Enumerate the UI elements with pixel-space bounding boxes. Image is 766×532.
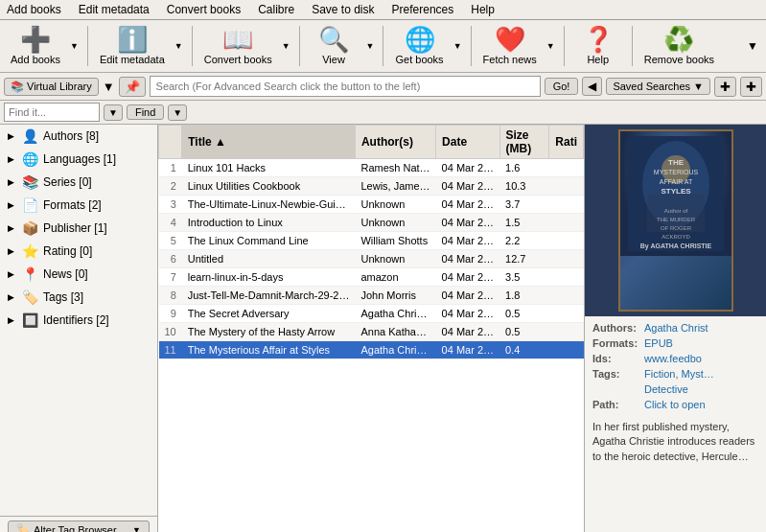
book-title: Linux Utilities Cookbook <box>182 177 356 196</box>
sidebar-item-tags[interactable]: ▶ 🏷️ Tags [3] <box>0 286 157 309</box>
book-title: The Linux Command Line <box>182 232 356 250</box>
authors-field-value[interactable]: Agatha Christ <box>644 322 708 334</box>
formats-field-value[interactable]: EPUB <box>644 337 673 349</box>
book-size: 10.3 <box>499 177 549 196</box>
fetch-news-arrow[interactable]: ▼ <box>543 22 559 70</box>
virtual-library-button[interactable]: 📚 Virtual Library <box>4 78 99 96</box>
detail-panel: THE MYSTERIOUS AFFAIR AT STYLES Author o… <box>584 125 766 532</box>
menu-preferences[interactable]: Preferences <box>389 2 457 17</box>
sidebar-item-languages[interactable]: ▶ 🌐 Languages [1] <box>0 148 157 171</box>
book-date: 04 Mar 2… <box>436 196 499 214</box>
sidebar-item-formats[interactable]: ▶ 📄 Formats [2] <box>0 194 157 217</box>
get-books-button[interactable]: 🌐 Get books <box>388 22 449 70</box>
book-num: 2 <box>159 177 182 196</box>
book-icon: 📚 <box>11 81 24 93</box>
menu-convert-books[interactable]: Convert books <box>164 2 244 17</box>
publisher-icon: 📦 <box>22 220 38 236</box>
table-row[interactable]: 4 Introduction to Linux Unknown 04 Mar 2… <box>159 214 584 232</box>
convert-books-group: 📖 Convert books ▼ <box>197 22 294 70</box>
menu-calibre[interactable]: Calibre <box>255 2 297 17</box>
svg-text:OF ROGER: OF ROGER <box>660 225 691 231</box>
sidebar-item-rating[interactable]: ▶ ⭐ Rating [0] <box>0 240 157 263</box>
alter-tag-label: Alter Tag Browser <box>34 524 117 533</box>
alter-tag-icon: 🏷️ <box>16 523 30 532</box>
find-button[interactable]: Find <box>127 104 164 120</box>
search-input[interactable] <box>150 76 541 97</box>
add-books-button[interactable]: ➕ Add books <box>4 22 66 70</box>
help-button[interactable]: ❓ Help <box>569 22 627 70</box>
table-row[interactable]: 9 The Secret Adversary Agatha Chri… 04 M… <box>159 305 584 323</box>
tags-field-value2[interactable]: Detective <box>644 383 688 395</box>
table-header-row: Title ▲ Author(s) Date Size (MB) Rati <box>159 126 584 159</box>
get-books-label: Get books <box>395 54 443 65</box>
search-arrow-icon[interactable]: ▼ <box>103 80 115 94</box>
book-size: 0.5 <box>499 323 549 341</box>
table-row[interactable]: 3 The-Ultimate-Linux-Newbie-Gui… Unknown… <box>159 196 584 214</box>
tags-row: Tags: Fiction, Myst… <box>592 368 758 380</box>
help-icon: ❓ <box>583 27 614 52</box>
find-input[interactable] <box>4 103 100 122</box>
sidebar-item-identifiers[interactable]: ▶ 🔲 Identifiers [2] <box>0 309 157 332</box>
add-books-arrow[interactable]: ▼ <box>66 22 82 70</box>
manage-search-icon[interactable]: ✚ <box>740 77 762 97</box>
toolbar-sep-5 <box>471 26 472 66</box>
expand-icon: ▶ <box>8 131 17 141</box>
menu-help[interactable]: Help <box>468 2 498 17</box>
table-row[interactable]: 7 learn-linux-in-5-days amazon 04 Mar 2…… <box>159 268 584 287</box>
table-row[interactable]: 1 Linux 101 Hacks Ramesh Nat… 04 Mar 2… … <box>159 159 584 177</box>
book-title: Just-Tell-Me-Damnit-March-29-2… <box>182 287 356 305</box>
formats-label: Formats [2] <box>43 198 102 212</box>
book-author: Lewis, Jame… <box>355 177 435 196</box>
book-date: 04 Mar 2… <box>436 250 499 268</box>
add-search-icon[interactable]: ✚ <box>714 77 736 97</box>
edit-metadata-button[interactable]: ℹ️ Edit metadata <box>93 22 171 70</box>
table-row[interactable]: 10 The Mystery of the Hasty Arrow Anna K… <box>159 323 584 341</box>
saved-arrow-icon: ▼ <box>693 81 704 92</box>
convert-books-button[interactable]: 📖 Convert books <box>197 22 278 70</box>
toolbar-overflow-arrow[interactable]: ▼ <box>743 35 762 57</box>
go-button[interactable]: Go! <box>545 78 579 95</box>
menu-save-to-disk[interactable]: Save to disk <box>309 2 377 17</box>
saved-searches-button[interactable]: Saved Searches ▼ <box>606 78 710 95</box>
table-row[interactable]: 5 The Linux Command Line William Shotts … <box>159 232 584 250</box>
sidebar-item-authors[interactable]: ▶ 👤 Authors [8] <box>0 125 157 148</box>
col-title[interactable]: Title ▲ <box>182 126 356 159</box>
col-date[interactable]: Date <box>436 126 499 159</box>
table-row[interactable]: 2 Linux Utilities Cookbook Lewis, Jame… … <box>159 177 584 196</box>
col-size[interactable]: Size (MB) <box>499 126 549 159</box>
tags-field-value[interactable]: Fiction, Myst… <box>644 368 714 380</box>
book-num: 11 <box>159 341 182 359</box>
view-arrow[interactable]: ▼ <box>362 22 379 70</box>
col-rating[interactable]: Rati <box>549 126 584 159</box>
menu-edit-metadata[interactable]: Edit metadata <box>76 2 152 17</box>
convert-books-label: Convert books <box>204 54 272 65</box>
ids-field-value[interactable]: www.feedbo <box>644 353 702 364</box>
col-author[interactable]: Author(s) <box>355 126 435 159</box>
book-rating <box>549 341 584 359</box>
sidebar-item-publisher[interactable]: ▶ 📦 Publisher [1] <box>0 217 157 240</box>
add-books-group: ➕ Add books ▼ <box>4 22 82 70</box>
book-author: Agatha Chri… <box>355 305 435 323</box>
sidebar-item-news[interactable]: ▶ 📍 News [0] <box>0 263 157 286</box>
get-books-arrow[interactable]: ▼ <box>450 22 466 70</box>
search-back-icon[interactable]: ◀ <box>582 77 602 96</box>
convert-books-arrow[interactable]: ▼ <box>278 22 294 70</box>
alter-tag-browser-button[interactable]: 🏷️ Alter Tag Browser ▼ <box>8 520 150 532</box>
pin-icon[interactable]: 📌 <box>119 77 146 97</box>
path-field-value[interactable]: Click to open <box>644 399 706 410</box>
find-options-arrow[interactable]: ▼ <box>168 104 187 121</box>
find-arrow-icon[interactable]: ▼ <box>104 104 123 121</box>
edit-metadata-arrow[interactable]: ▼ <box>171 22 187 70</box>
table-row[interactable]: 8 Just-Tell-Me-Damnit-March-29-2… John M… <box>159 287 584 305</box>
book-size: 12.7 <box>499 250 549 268</box>
table-row[interactable]: 6 Untitled Unknown 04 Mar 2… 12.7 <box>159 250 584 268</box>
remove-books-button[interactable]: ♻️ Remove books <box>638 22 721 70</box>
table-row[interactable]: 11 The Mysterious Affair at Styles Agath… <box>159 341 584 359</box>
get-books-icon: 🌐 <box>405 27 435 52</box>
fetch-news-button[interactable]: ❤️ Fetch news <box>476 22 543 70</box>
view-button[interactable]: 🔍 View <box>305 22 362 70</box>
identifiers-icon: 🔲 <box>22 312 38 328</box>
formats-row: Formats: EPUB <box>592 337 758 349</box>
menu-add-books[interactable]: Add books <box>4 2 64 17</box>
sidebar-item-series[interactable]: ▶ 📚 Series [0] <box>0 171 157 194</box>
